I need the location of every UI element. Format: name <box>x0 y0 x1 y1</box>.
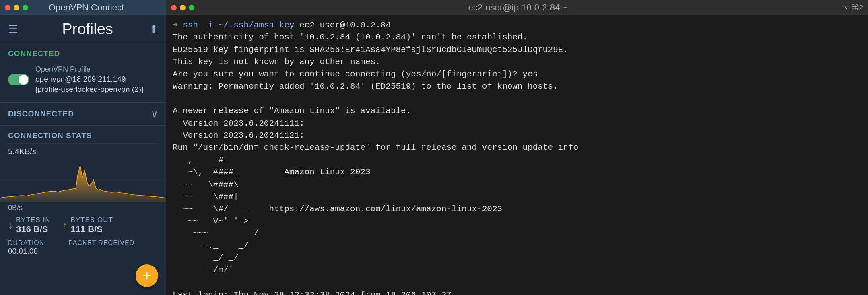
bandwidth-chart <box>0 158 166 202</box>
vpn-toggle[interactable] <box>8 74 29 85</box>
add-profile-button[interactable]: + <box>136 264 158 287</box>
stats-divider <box>8 143 158 144</box>
bytes-row: ↓ BYTES IN 316 B/S ↑ BYTES OUT 111 B/S <box>0 212 166 239</box>
connected-profile-item: OpenVPN Profile openvpn@18.209.211.149[p… <box>0 61 166 101</box>
min-speed: 0B/s <box>0 204 166 212</box>
packet-item: PACKET RECEIVED <box>68 239 134 256</box>
bytes-out-item: ↑ BYTES OUT 111 B/S <box>62 216 113 235</box>
terminal-title: ec2-user@ip-10-0-2-84:~ <box>198 2 838 13</box>
bytes-in-value: 316 B/S <box>16 224 50 235</box>
terminal-body[interactable]: ➜ ssh -i ~/.ssh/amsa-key ec2-user@10.0.2… <box>166 15 868 295</box>
terminal-minimize-button[interactable] <box>180 5 186 10</box>
stats-label: CONNECTION STATS <box>8 131 158 140</box>
close-button[interactable] <box>5 5 10 10</box>
bytes-in-label: BYTES IN <box>16 216 50 224</box>
disconnected-row[interactable]: DISCONNECTED ∨ <box>0 104 166 124</box>
current-speed: 5.4KB/s <box>8 147 158 156</box>
vpn-header: ☰ Profiles ⬆ <box>0 15 166 43</box>
disconnected-label: DISCONNECTED <box>8 109 74 118</box>
openvpn-panel: OpenVPN Connect ☰ Profiles ⬆ CONNECTED O… <box>0 0 166 295</box>
bytes-out-value: 111 B/S <box>70 224 113 235</box>
import-icon[interactable]: ⬆ <box>149 23 158 36</box>
duration-value: 00:01:00 <box>8 247 44 256</box>
profile-type: OpenVPN Profile <box>35 65 143 74</box>
terminal-chrome: ec2-user@ip-10-0-2-84:~ ⌥⌘2 <box>166 0 868 15</box>
bytes-in-item: ↓ BYTES IN 316 B/S <box>8 216 50 235</box>
toggle-knob <box>19 75 28 85</box>
plus-icon: + <box>142 268 151 283</box>
profile-info: OpenVPN Profile openvpn@18.209.211.149[p… <box>35 65 143 94</box>
menu-icon[interactable]: ☰ <box>8 23 18 36</box>
duration-label: DURATION <box>8 239 44 247</box>
meta-row: DURATION 00:01:00 PACKET RECEIVED <box>0 239 166 259</box>
packet-label: PACKET RECEIVED <box>68 239 134 247</box>
bytes-out-label: BYTES OUT <box>70 216 113 224</box>
divider-1 <box>0 102 166 103</box>
terminal-shortcut: ⌥⌘2 <box>841 3 863 12</box>
arrow-down-icon: ↓ <box>8 220 13 231</box>
page-title: Profiles <box>26 21 149 38</box>
window-chrome: OpenVPN Connect <box>0 0 166 15</box>
chevron-down-icon: ∨ <box>151 108 158 120</box>
terminal-close-button[interactable] <box>171 5 177 10</box>
bytes-out-info: BYTES OUT 111 B/S <box>70 216 113 235</box>
window-title: OpenVPN Connect <box>11 2 161 13</box>
bytes-in-info: BYTES IN 316 B/S <box>16 216 50 235</box>
arrow-up-icon: ↑ <box>62 220 67 231</box>
divider-2 <box>0 125 166 126</box>
profile-name: openvpn@18.209.211.149[profile-userlocke… <box>35 74 143 94</box>
duration-item: DURATION 00:01:00 <box>8 239 44 256</box>
stats-section: CONNECTION STATS 5.4KB/s <box>0 127 166 158</box>
terminal-fullscreen-button[interactable] <box>189 5 194 10</box>
connected-label: CONNECTED <box>0 43 166 61</box>
terminal-panel: ec2-user@ip-10-0-2-84:~ ⌥⌘2 ➜ ssh -i ~/.… <box>166 0 868 295</box>
